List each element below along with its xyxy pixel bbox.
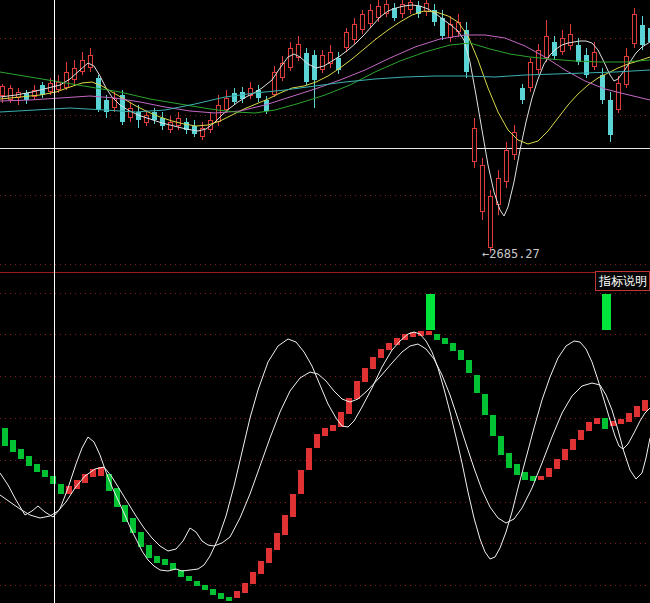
- price-low-annotation: ←2685.27: [482, 247, 540, 261]
- chart-canvas[interactable]: [0, 0, 650, 603]
- annotation-value: 2685.27: [489, 247, 540, 261]
- candlestick-panel[interactable]: [0, 0, 650, 265]
- chart-window: ←2685.27 指标说明: [0, 0, 650, 603]
- indicator-info-button[interactable]: 指标说明: [595, 271, 650, 291]
- indicator-panel[interactable]: [0, 273, 650, 602]
